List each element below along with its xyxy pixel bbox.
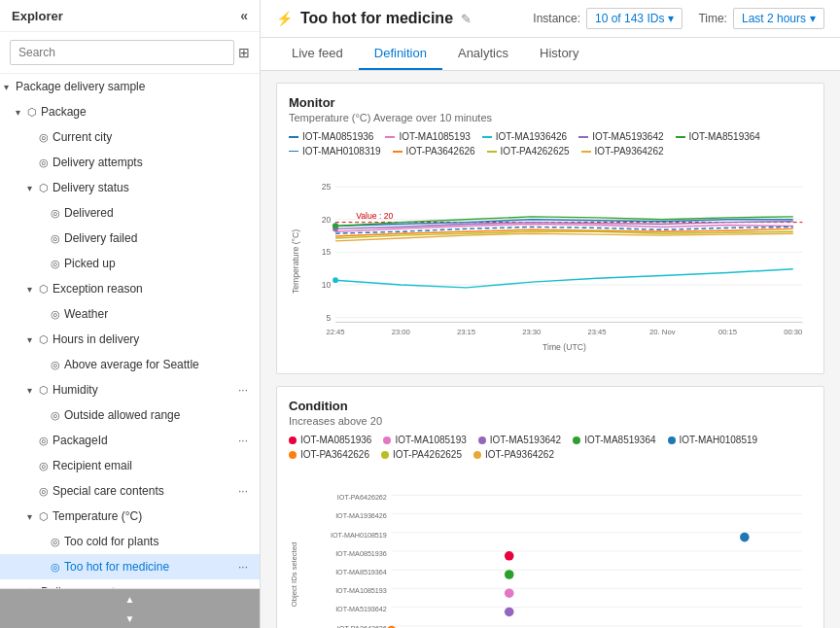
tree-item-current-city[interactable]: ▸ ◎ Current city bbox=[0, 124, 260, 150]
tree-item-delivery-failed[interactable]: ▸ ◎ Delivery failed bbox=[0, 226, 260, 251]
svg-point-58 bbox=[505, 570, 514, 579]
legend-color-6 bbox=[393, 151, 402, 153]
cond-legend-5: IOT-PA3642626 bbox=[289, 449, 369, 460]
main-panel: ⚡ Too hot for medicine ✎ Instance: 10 of… bbox=[261, 0, 840, 628]
filter-icon[interactable]: ⊞ bbox=[238, 45, 250, 60]
edit-icon[interactable]: ✎ bbox=[461, 12, 472, 26]
svg-text:22:45: 22:45 bbox=[326, 328, 344, 336]
condition-chart-svg: Object IDs selected IOT-PA6426262 IOT-MA… bbox=[289, 468, 812, 628]
monitor-chart-container: Temperature (°C) 25 20 15 10 5 Value : 2… bbox=[289, 164, 812, 362]
tree-item-hours-in-delivery[interactable]: ▾ ⬡ Hours in delivery bbox=[0, 327, 260, 352]
main-content-area: Monitor Temperature (°C) Average over 10… bbox=[261, 71, 840, 628]
svg-text:IOT-MA1936426: IOT-MA1936426 bbox=[335, 511, 387, 520]
svg-text:23:30: 23:30 bbox=[522, 328, 541, 336]
legend-item-2: IOT-MA1936426 bbox=[482, 131, 567, 142]
legend-color-3 bbox=[578, 136, 588, 138]
monitor-title: Monitor bbox=[289, 95, 812, 110]
tree-item-too-cold-plants[interactable]: ▸ ◎ Too cold for plants bbox=[0, 529, 260, 554]
monitor-chart-svg: Temperature (°C) 25 20 15 10 5 Value : 2… bbox=[289, 164, 812, 359]
legend-color-2 bbox=[482, 136, 492, 138]
tree-item-humidity[interactable]: ▾ ⬡ Humidity ··· bbox=[0, 377, 260, 402]
instance-label: Instance: bbox=[533, 12, 580, 25]
tree-root[interactable]: ▾ Package delivery sample bbox=[0, 74, 260, 99]
humidity-more-icon[interactable]: ··· bbox=[234, 383, 252, 397]
header-controls: Instance: 10 of 143 IDs ▾ Time: Last 2 h… bbox=[533, 8, 824, 29]
svg-text:Value : 20: Value : 20 bbox=[356, 211, 393, 221]
cond-color-7 bbox=[473, 451, 481, 459]
packageid-more-icon[interactable]: ··· bbox=[234, 434, 252, 447]
cond-color-4 bbox=[668, 436, 676, 444]
cond-legend-3: IOT-MA8519364 bbox=[573, 435, 655, 445]
instance-chevron: ▾ bbox=[668, 12, 674, 25]
svg-text:IOT-MA1085193: IOT-MA1085193 bbox=[335, 586, 387, 595]
monitor-subtitle: Temperature (°C) Average over 10 minutes bbox=[289, 112, 812, 123]
svg-point-60 bbox=[505, 608, 514, 617]
cond-legend-2: IOT-MA5193642 bbox=[478, 435, 561, 445]
sidebar-collapse-icon[interactable]: « bbox=[240, 8, 248, 23]
tree-item-picked-up[interactable]: ▸ ◎ Picked up bbox=[0, 251, 260, 276]
svg-text:IOT-PA3642626: IOT-PA3642626 bbox=[337, 624, 387, 628]
cond-color-6 bbox=[381, 451, 389, 459]
tree-item-package[interactable]: ▾ ⬡ Package bbox=[0, 99, 260, 124]
tab-analytics[interactable]: Analytics bbox=[442, 38, 524, 70]
tree-item-temperature[interactable]: ▾ ⬡ Temperature (°C) bbox=[0, 504, 260, 529]
svg-text:20. Nov: 20. Nov bbox=[649, 328, 676, 336]
legend-color-4 bbox=[676, 136, 685, 138]
tree-item-exception-reason[interactable]: ▾ ⬡ Exception reason bbox=[0, 276, 260, 301]
tree-item-too-hot-medicine[interactable]: ▸ ◎ Too hot for medicine ··· bbox=[0, 554, 260, 579]
svg-point-57 bbox=[740, 533, 750, 542]
cond-color-3 bbox=[573, 436, 580, 444]
tree-item-special-care[interactable]: ▸ ◎ Special care contents ··· bbox=[0, 478, 260, 504]
svg-point-24 bbox=[332, 277, 338, 283]
tabs-bar: Live feed Definition Analytics History bbox=[261, 38, 840, 71]
svg-text:20: 20 bbox=[322, 215, 332, 225]
svg-text:23:15: 23:15 bbox=[457, 328, 475, 336]
tree-item-recipient-email[interactable]: ▸ ◎ Recipient email bbox=[0, 453, 260, 478]
scroll-up-arrow[interactable]: ▲ bbox=[0, 589, 260, 609]
legend-item-6: IOT-PA3642626 bbox=[393, 146, 475, 157]
svg-text:00:30: 00:30 bbox=[784, 328, 802, 336]
condition-chart-container: Object IDs selected IOT-PA6426262 IOT-MA… bbox=[289, 468, 812, 628]
tree-item-delivery-status[interactable]: ▾ ⬡ Delivery status bbox=[0, 175, 260, 200]
tree-item-above-avg-seattle[interactable]: ▸ ◎ Above average for Seattle bbox=[0, 352, 260, 377]
tab-history[interactable]: History bbox=[524, 38, 594, 70]
condition-card: Condition Increases above 20 IOT-MA08519… bbox=[276, 386, 824, 628]
tab-live-feed[interactable]: Live feed bbox=[276, 38, 359, 70]
legend-color-1 bbox=[385, 136, 395, 138]
special-care-more-icon[interactable]: ··· bbox=[234, 484, 252, 498]
condition-title: Condition bbox=[289, 399, 812, 413]
legend-item-8: IOT-PA9364262 bbox=[581, 146, 664, 157]
too-hot-more-icon[interactable]: ··· bbox=[234, 560, 252, 574]
instance-dropdown[interactable]: 10 of 143 IDs ▾ bbox=[586, 8, 682, 29]
svg-text:15: 15 bbox=[322, 247, 332, 257]
cond-color-2 bbox=[478, 436, 486, 444]
tab-definition[interactable]: Definition bbox=[359, 38, 442, 70]
svg-point-59 bbox=[505, 588, 514, 598]
cond-legend-7: IOT-PA9364262 bbox=[473, 449, 554, 460]
svg-text:Temperature (°C): Temperature (°C) bbox=[291, 229, 300, 294]
time-value: Last 2 hours bbox=[742, 12, 806, 25]
tree-item-outside-allowed[interactable]: ▸ ◎ Outside allowed range bbox=[0, 402, 260, 428]
tree-item-packageid[interactable]: ▸ ◎ PackageId ··· bbox=[0, 428, 260, 453]
instance-control: Instance: 10 of 143 IDs ▾ bbox=[533, 8, 682, 29]
tree-item-weather[interactable]: ▸ ◎ Weather ··· bbox=[0, 301, 260, 327]
svg-text:00:15: 00:15 bbox=[718, 328, 737, 336]
tree-item-delivery-events[interactable]: ▾ ⬡ Delivery events bbox=[0, 579, 260, 588]
legend-color-0 bbox=[289, 136, 298, 138]
tree-item-delivered[interactable]: ▸ ◎ Delivered bbox=[0, 200, 260, 226]
search-input[interactable] bbox=[10, 40, 234, 65]
alert-icon: ⚡ bbox=[276, 11, 293, 26]
legend-color-5 bbox=[289, 151, 298, 152]
svg-text:Object IDs selected: Object IDs selected bbox=[290, 542, 298, 608]
scroll-down-arrow[interactable]: ▼ bbox=[0, 609, 260, 628]
time-control: Time: Last 2 hours ▾ bbox=[698, 8, 824, 29]
svg-text:Time (UTC): Time (UTC) bbox=[542, 342, 586, 352]
main-header: ⚡ Too hot for medicine ✎ Instance: 10 of… bbox=[261, 0, 840, 38]
sidebar-title: Explorer bbox=[12, 9, 63, 23]
monitor-legend: IOT-MA0851936 IOT-MA1085193 IOT-MA193642… bbox=[289, 131, 812, 157]
time-dropdown[interactable]: Last 2 hours ▾ bbox=[733, 8, 824, 29]
title-row: ⚡ Too hot for medicine ✎ bbox=[276, 10, 472, 27]
tree-item-delivery-attempts[interactable]: ▸ ◎ Delivery attempts bbox=[0, 150, 260, 175]
svg-text:IOT-PA6426262: IOT-PA6426262 bbox=[337, 493, 387, 502]
cond-legend-4: IOT-MAH0108519 bbox=[668, 435, 758, 445]
